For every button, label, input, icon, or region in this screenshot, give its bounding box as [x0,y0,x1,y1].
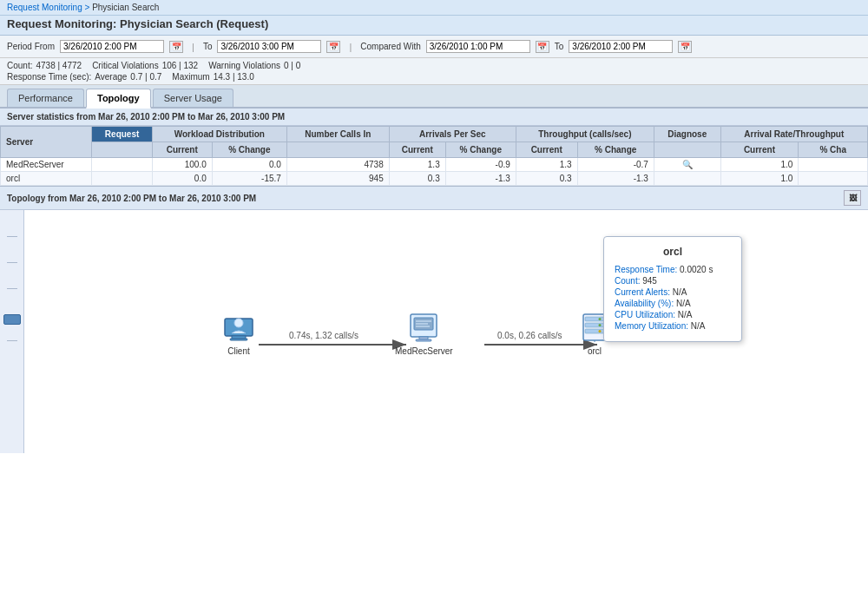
breadcrumb-current: Physician Search [92,3,159,12]
cell-arrival-rate-current: 1.0 [720,158,799,172]
sub-calls-current [286,142,389,158]
cell-request [92,158,152,172]
sub-request-current [92,142,152,158]
sub-arrival-rate-current: Current [720,142,799,158]
svg-rect-18 [585,323,604,327]
period-to-calendar-icon[interactable]: 📅 [326,41,340,53]
col-server: Server [1,127,92,158]
period-from-label: Period From [7,42,55,51]
server-table: Server Request Workload Distribution Num… [0,126,868,186]
svg-rect-12 [416,339,431,341]
period-from-calendar-icon[interactable]: 📅 [169,41,183,53]
svg-text:0.74s, 1.32 calls/s: 0.74s, 1.32 calls/s [289,331,358,340]
col-workload: Workload Distribution [152,127,286,142]
avg-label: Average [95,72,127,82]
col-diagnose: Diagnose [654,127,720,142]
count-value: 4738 | 4772 [36,61,82,70]
cell-workload: 100.0 [152,158,212,172]
svg-point-22 [599,330,602,332]
svg-rect-17 [585,317,604,321]
col-number-calls: Number Calls In [286,127,389,142]
compared-from-input[interactable] [426,40,530,53]
stats-bar: Count: 4738 | 4772 Critical Violations 1… [0,58,868,85]
cell-server: orcl [1,172,92,186]
breadcrumb: Request Monitoring > Physician Search [0,0,868,16]
node-client[interactable]: Client [221,310,256,356]
cell-diagnose[interactable]: 🔍 [654,158,720,172]
medrecserver-label: MedRecServer [395,346,453,356]
response-label: Response Time (sec): [7,72,91,82]
cell-arrival-rate-current: 1.0 [720,172,799,186]
critical-label: Critical Violations [92,61,159,70]
pipe-2: | [349,42,352,52]
tab-performance[interactable]: Performance [7,89,84,107]
tabs-bar: Performance Topology Server Usage [0,85,868,109]
sub-throughput-current: Current [516,142,577,158]
tooltip-row-response: Response Time: 0.0020 s [615,265,731,274]
topology-section: Topology from Mar 26, 2010 2:00 PM to Ma… [0,187,868,599]
tab-topology[interactable]: Topology [86,89,151,109]
cell-arrival-rate-change [799,172,868,186]
cell-arrivals-current: 0.3 [389,172,445,186]
svg-point-8 [234,319,243,327]
sub-arrivals-current: Current [389,142,445,158]
col-throughput: Throughput (calls/sec) [516,127,654,142]
breadcrumb-parent[interactable]: Request Monitoring [7,3,82,12]
cell-arrival-rate-change [799,158,868,172]
table-row: MedRecServer 100.0 0.0 4738 1.3 -0.9 1.3… [1,158,868,172]
max-label: Maximum [172,72,209,82]
max-value: 14.3 | 13.0 [214,72,254,82]
cell-throughput-current: 1.3 [516,158,577,172]
period-bar: Period From 📅 | To 📅 | Compared With 📅 T… [0,36,868,58]
cell-throughput-current: 0.3 [516,172,577,186]
sub-arrival-rate-change: % Cha [799,142,868,158]
ruler-slider[interactable] [3,314,21,325]
ruler [0,210,24,453]
export-icon[interactable]: 🖼 [844,190,861,206]
cell-workload: 0.0 [152,172,212,186]
server-table-container[interactable]: Server Request Workload Distribution Num… [0,126,868,187]
orcl-tooltip: orcl Response Time: 0.0020 s Count: 945 … [603,236,742,342]
tooltip-row-cpu: CPU Utilization: N/A [615,310,731,319]
tab-server-usage[interactable]: Server Usage [153,89,233,107]
pipe-1: | [192,42,194,52]
cell-throughput-change: -1.3 [577,172,654,186]
page-title: Request Monitoring: Physician Search (Re… [0,16,868,36]
period-to-label: To [203,42,213,51]
compared-with-label: Compared With [360,42,420,51]
svg-rect-7 [230,339,247,340]
sub-workload-current: Current [152,142,212,158]
svg-point-21 [599,324,602,326]
cell-number-calls: 945 [286,172,389,186]
svg-point-20 [599,318,602,320]
topology-header: Topology from Mar 26, 2010 2:00 PM to Ma… [0,187,868,210]
compared-to-calendar-icon[interactable]: 📅 [678,41,692,53]
count-label: Count: [7,61,32,70]
client-icon [221,310,256,345]
period-from-input[interactable] [60,40,164,53]
svg-rect-19 [585,329,604,333]
compared-from-calendar-icon[interactable]: 📅 [536,41,549,53]
period-to-input[interactable] [217,40,321,53]
client-label: Client [227,346,250,356]
server-stats-header: Server statistics from Mar 26, 2010 2:00… [0,109,868,126]
sub-diagnose [654,142,720,158]
compared-to-input[interactable] [569,40,673,53]
cell-arrivals-change: -0.9 [445,158,516,172]
cell-arrivals-change: -1.3 [445,172,516,186]
cell-throughput-change: -0.7 [577,158,654,172]
cell-request [92,172,152,186]
cell-diagnose[interactable] [654,172,720,186]
orcl-label: orcl [588,346,602,356]
avg-value: 0.7 | 0.7 [130,72,161,82]
node-medrecserver[interactable]: MedRecServer [395,310,453,356]
svg-text:0.0s, 0.26 calls/s: 0.0s, 0.26 calls/s [497,331,562,340]
tooltip-row-memory: Memory Utilization: N/A [615,321,731,331]
compared-to-label: To [555,42,564,51]
tooltip-title: orcl [615,246,731,258]
tooltip-row-avail: Availability (%): N/A [615,299,731,308]
sub-throughput-change: % Change [577,142,654,158]
tooltip-row-count: Count: 945 [615,276,731,286]
cell-workload-change: 0.0 [212,158,286,172]
col-arrivals: Arrivals Per Sec [389,127,516,142]
